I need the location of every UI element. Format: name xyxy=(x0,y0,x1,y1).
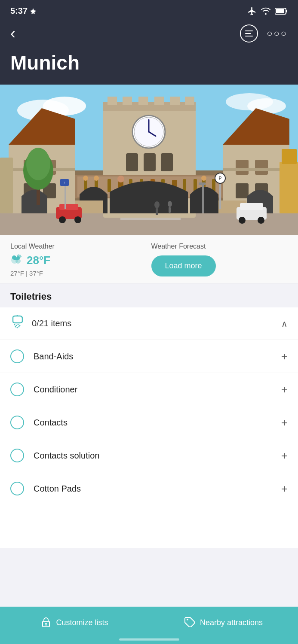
svg-point-102 xyxy=(18,326,20,328)
svg-point-43 xyxy=(83,176,88,181)
hero-image: P ↑ xyxy=(0,85,298,235)
svg-text:P: P xyxy=(219,176,222,181)
list-item: Contacts solution + xyxy=(0,439,298,472)
svg-rect-63 xyxy=(59,204,78,210)
status-bar: 5:37 xyxy=(0,0,298,20)
list-item: Band-Aids + xyxy=(0,340,298,373)
svg-rect-86 xyxy=(202,183,204,213)
customize-label: Customize lists xyxy=(56,618,108,627)
toiletries-section-header: Toiletries xyxy=(0,283,298,307)
svg-point-99 xyxy=(19,325,21,326)
svg-point-69 xyxy=(258,217,264,224)
checkbox-band-aids[interactable] xyxy=(10,349,24,363)
svg-rect-30 xyxy=(154,97,164,105)
svg-line-92 xyxy=(20,255,21,255)
svg-point-45 xyxy=(94,176,99,181)
location-icon xyxy=(30,8,36,14)
temperature-display: 28°F xyxy=(27,254,50,267)
svg-rect-46 xyxy=(108,179,111,192)
city-name: Munich xyxy=(10,51,288,74)
svg-rect-26 xyxy=(103,102,196,111)
svg-point-101 xyxy=(17,327,18,328)
item-label-contacts: Contacts xyxy=(34,418,68,428)
svg-rect-22 xyxy=(236,183,249,198)
weather-temp-row: 28°F xyxy=(10,254,147,267)
weather-section: Local Weather 28°F 27°F | 37°F xyxy=(0,235,298,283)
svg-rect-24 xyxy=(223,168,289,171)
section-title: Toiletries xyxy=(10,291,288,302)
svg-rect-28 xyxy=(123,97,132,105)
add-contacts-button[interactable]: + xyxy=(281,416,288,429)
partly-cloudy-svg xyxy=(10,254,22,264)
battery-icon xyxy=(275,7,288,15)
svg-point-65 xyxy=(74,216,81,223)
svg-marker-0 xyxy=(30,8,36,14)
list-item-left: Band-Aids xyxy=(10,349,73,363)
add-band-aids-button[interactable]: + xyxy=(281,350,288,363)
svg-rect-21 xyxy=(255,160,268,175)
temperature-range: 27°F | 37°F xyxy=(10,270,147,277)
weather-forecast: Weather Forecast Load more xyxy=(147,243,288,276)
menu-button[interactable] xyxy=(240,24,258,43)
back-button[interactable]: ‹ xyxy=(10,24,15,43)
svg-rect-3 xyxy=(286,10,287,12)
item-label-contacts-solution: Contacts solution xyxy=(34,451,99,461)
home-indicator xyxy=(119,638,179,641)
item-label-cotton-pads: Cotton Pads xyxy=(34,484,81,494)
svg-rect-32 xyxy=(185,97,194,105)
svg-rect-27 xyxy=(108,97,117,105)
svg-rect-85 xyxy=(169,207,171,213)
svg-rect-83 xyxy=(156,208,158,215)
airplane-icon xyxy=(247,6,257,16)
munich-gate-illustration: P ↑ xyxy=(0,85,298,235)
svg-rect-67 xyxy=(240,203,263,210)
svg-point-84 xyxy=(168,201,172,207)
items-count: 0/21 items xyxy=(32,319,71,328)
svg-rect-61 xyxy=(120,218,181,220)
list-item-left: Cotton Pads xyxy=(10,482,81,495)
items-summary-row[interactable]: 0/21 items ∧ xyxy=(0,307,298,340)
add-contacts-solution-button[interactable]: + xyxy=(281,449,288,462)
shower-svg xyxy=(10,315,24,329)
checkbox-cotton-pads[interactable] xyxy=(10,482,24,495)
load-more-button[interactable]: Load more xyxy=(151,255,216,276)
svg-point-72 xyxy=(26,148,50,180)
add-conditioner-button[interactable]: + xyxy=(281,383,288,396)
chevron-up-icon[interactable]: ∧ xyxy=(281,319,288,329)
time-display: 5:37 xyxy=(10,6,28,16)
svg-point-82 xyxy=(154,201,160,208)
svg-point-96 xyxy=(14,324,15,325)
more-options-button[interactable]: ○○○ xyxy=(267,28,288,39)
svg-rect-87 xyxy=(199,182,206,185)
svg-rect-20 xyxy=(236,160,249,175)
header-nav: ‹ ○○○ xyxy=(0,20,298,49)
customize-icon xyxy=(40,616,52,629)
nearby-icon xyxy=(184,616,196,629)
wifi-icon xyxy=(261,7,270,15)
items-summary-left: 0/21 items xyxy=(10,315,71,332)
header-actions: ○○○ xyxy=(240,24,288,43)
svg-rect-39 xyxy=(161,153,173,171)
svg-text:↑: ↑ xyxy=(64,181,65,185)
svg-rect-80 xyxy=(280,162,298,213)
add-cotton-pads-button[interactable]: + xyxy=(281,482,288,495)
weather-condition-icon xyxy=(10,254,22,267)
lock-icon xyxy=(40,616,52,627)
svg-point-100 xyxy=(15,326,16,328)
svg-point-68 xyxy=(239,217,246,224)
svg-rect-2 xyxy=(276,9,284,13)
checkbox-contacts[interactable] xyxy=(10,416,24,429)
svg-rect-76 xyxy=(65,183,66,209)
checkbox-conditioner[interactable] xyxy=(10,383,24,396)
svg-point-64 xyxy=(59,216,66,223)
tag-icon xyxy=(184,616,196,627)
svg-point-97 xyxy=(16,325,17,326)
list-item-left: Contacts xyxy=(10,416,68,429)
checkbox-contacts-solution[interactable] xyxy=(10,449,24,462)
svg-point-106 xyxy=(187,619,188,620)
svg-rect-31 xyxy=(170,97,180,105)
svg-line-93 xyxy=(17,255,18,255)
svg-point-90 xyxy=(17,255,21,258)
list-item-left: Contacts solution xyxy=(10,449,99,462)
nearby-label: Nearby attractions xyxy=(200,618,263,627)
